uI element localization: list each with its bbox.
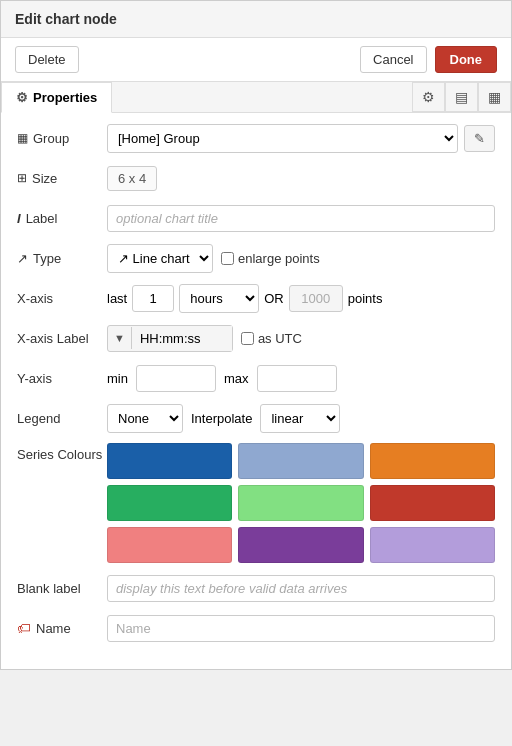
name-input[interactable] [107,615,495,642]
blank-label-controls [107,575,495,602]
group-row: ▦ Group [Home] Group ✎ [17,123,495,153]
group-label: ▦ Group [17,131,107,146]
xaxis-label-row: X-axis Label ▼ as UTC [17,323,495,353]
interpolate-text: Interpolate [191,411,252,426]
enlarge-points-label: enlarge points [221,251,320,266]
tab-properties-label: Properties [33,90,97,105]
format-arrow-icon[interactable]: ▼ [108,327,132,349]
tab-gear-button[interactable]: ⚙ [412,82,445,112]
colour-swatch-8[interactable] [370,527,495,563]
as-utc-checkbox[interactable] [241,332,254,345]
xaxis-hours-select[interactable]: hours minutes days [179,284,259,313]
size-icon: ⊞ [17,171,27,185]
xaxis-points-value[interactable] [289,285,343,312]
name-controls [107,615,495,642]
tabs-bar: ⚙ Properties ⚙ ▤ ▦ [1,82,511,113]
xaxis-row: X-axis last hours minutes days OR points [17,283,495,313]
legend-select[interactable]: None Top Bottom Left Right [107,404,183,433]
label-icon: I [17,211,21,226]
tab-icons-right: ⚙ ▤ ▦ [412,82,511,112]
size-label: ⊞ Size [17,171,107,186]
format-input-wrap: ▼ [107,325,233,352]
yaxis-max-text: max [224,371,249,386]
delete-button[interactable]: Delete [15,46,79,73]
format-input[interactable] [132,326,232,351]
xaxis-controls: last hours minutes days OR points [107,284,495,313]
colour-swatch-7[interactable] [238,527,363,563]
type-select[interactable]: ↗ Line chart Bar chart Pie chart [107,244,213,273]
tab-table-button[interactable]: ▤ [445,82,478,112]
colour-swatch-5[interactable] [370,485,495,521]
name-label: 🏷 Name [17,620,107,636]
xaxis-label-label: X-axis Label [17,331,107,346]
size-value: 6 x 4 [107,166,157,191]
done-button[interactable]: Done [435,46,498,73]
yaxis-max-input[interactable] [257,365,337,392]
yaxis-row: Y-axis min max [17,363,495,393]
form-body: ▦ Group [Home] Group ✎ ⊞ Size 6 x 4 [1,113,511,669]
edit-chart-modal: Edit chart node Delete Cancel Done ⚙ Pro… [0,0,512,670]
label-input[interactable] [107,205,495,232]
colour-swatch-2[interactable] [370,443,495,479]
colour-swatch-3[interactable] [107,485,232,521]
xaxis-last-text: last [107,291,127,306]
tab-grid-button[interactable]: ▦ [478,82,511,112]
legend-label: Legend [17,411,107,426]
size-controls: 6 x 4 [107,166,495,191]
colour-swatch-6[interactable] [107,527,232,563]
xaxis-label-controls: ▼ as UTC [107,325,495,352]
xaxis-label: X-axis [17,291,107,306]
type-icon: ↗ [17,251,28,266]
size-row: ⊞ Size 6 x 4 [17,163,495,193]
group-icon: ▦ [17,131,28,145]
blank-label-input[interactable] [107,575,495,602]
modal-title: Edit chart node [15,11,117,27]
group-controls: [Home] Group ✎ [107,124,495,153]
colour-swatch-1[interactable] [238,443,363,479]
label-row: I Label [17,203,495,233]
legend-controls: None Top Bottom Left Right Interpolate l… [107,404,495,433]
type-controls: ↗ Line chart Bar chart Pie chart enlarge… [107,244,495,273]
name-row: 🏷 Name [17,613,495,643]
type-row: ↗ Type ↗ Line chart Bar chart Pie chart … [17,243,495,273]
enlarge-points-checkbox[interactable] [221,252,234,265]
yaxis-min-text: min [107,371,128,386]
blank-label-label: Blank label [17,581,107,596]
legend-row: Legend None Top Bottom Left Right Interp… [17,403,495,433]
xaxis-or-text: OR [264,291,284,306]
label-label: I Label [17,211,107,226]
modal-header: Edit chart node [1,1,511,38]
as-utc-label: as UTC [241,331,302,346]
blank-label-row: Blank label [17,573,495,603]
xaxis-last-value[interactable] [132,285,174,312]
tab-properties[interactable]: ⚙ Properties [1,82,112,113]
type-label: ↗ Type [17,251,107,266]
interpolate-select[interactable]: linear step basis cardinal [260,404,340,433]
modal-actions: Delete Cancel Done [1,38,511,82]
colour-swatch-4[interactable] [238,485,363,521]
group-select[interactable]: [Home] Group [107,124,458,153]
series-colours-label: Series Colours [17,443,107,462]
cancel-button[interactable]: Cancel [360,46,426,73]
xaxis-points-text: points [348,291,383,306]
series-colours-grid [107,443,495,563]
yaxis-controls: min max [107,365,495,392]
yaxis-label: Y-axis [17,371,107,386]
series-colours-row: Series Colours [17,443,495,563]
label-controls [107,205,495,232]
colour-swatch-0[interactable] [107,443,232,479]
yaxis-min-input[interactable] [136,365,216,392]
name-icon: 🏷 [17,620,31,636]
properties-gear-icon: ⚙ [16,90,28,105]
group-edit-button[interactable]: ✎ [464,125,495,152]
